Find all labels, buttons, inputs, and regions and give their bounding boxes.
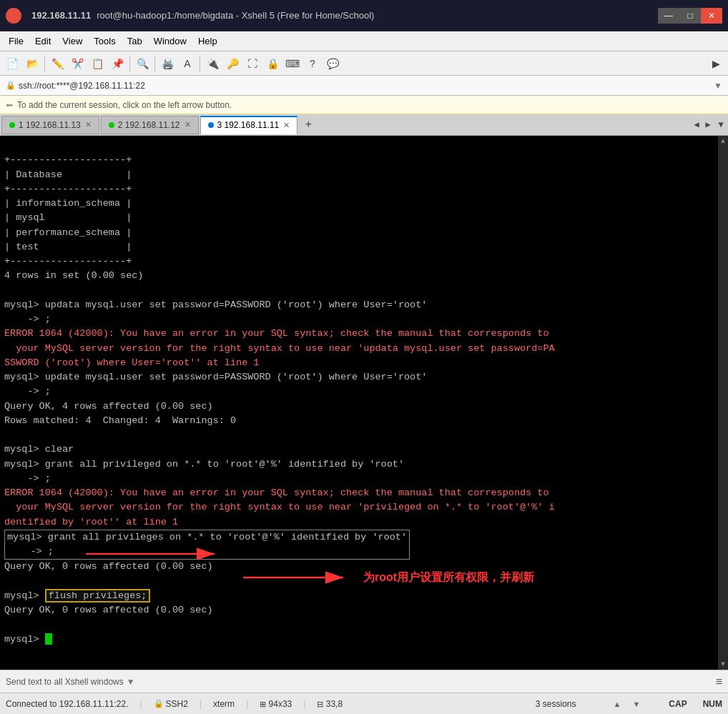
db-table: +--------------------+ | Database | +---… [4, 154, 132, 267]
tab-1-dot [9, 122, 15, 128]
close-button[interactable]: ✕ [701, 8, 722, 24]
tb-search-btn[interactable]: 🔍 [133, 54, 152, 73]
scroll-up-arrow[interactable]: ▲ [721, 137, 725, 145]
tab-menu-arrow[interactable]: ▼ [715, 116, 727, 134]
status-term: xterm [213, 699, 235, 709]
prompt-grant-wrong: mysql> grant all privileged on *.* to 'r… [4, 459, 404, 484]
tb-more-btn[interactable]: ▶ [707, 54, 725, 73]
tab-prev-arrow[interactable]: ◀ [691, 116, 702, 134]
minimize-button[interactable]: — [658, 8, 679, 24]
rows-result: 4 rows in set (0.00 sec) [4, 270, 143, 281]
tab-1-label: 1 192.168.11.13 [19, 120, 81, 130]
title-bar: 192.168.11.11 root@hu-hadoop1:/home/bigd… [0, 0, 728, 31]
tab-3[interactable]: 3 192.168.11.11 ✕ [200, 116, 298, 134]
terminal-content: +--------------------+ | Database | +---… [0, 136, 718, 664]
grant-result: Query OK, 0 rows affected (0.00 sec) [4, 561, 213, 572]
tb-open-btn[interactable]: 📂 [23, 54, 41, 73]
tb-copy-btn[interactable]: 📋 [88, 54, 107, 73]
prompt-grant-box: mysql> grant all privileges on *.* to 'r… [4, 530, 410, 560]
menu-file[interactable]: File [3, 34, 29, 48]
tb-lock-btn[interactable]: 🔒 [263, 54, 282, 73]
lock-icon: 🔒 [6, 81, 16, 90]
send-bar-menu[interactable]: ≡ [716, 675, 722, 688]
prompt-clear: mysql> clear [4, 444, 74, 455]
menu-bar: File Edit View Tools Tab Window Help [0, 31, 728, 51]
tab-2[interactable]: 2 192.168.11.12 ✕ [101, 116, 199, 134]
tab-arrows: ◀ ▶ [691, 116, 714, 134]
tb-print-btn[interactable]: 🖨️ [158, 54, 177, 73]
address-bar: 🔒 ssh://root:****@192.168.11.11:22 ▼ [0, 76, 728, 96]
tb-edit-btn[interactable]: ✏️ [48, 54, 67, 73]
tb-font-btn[interactable]: A [178, 54, 197, 73]
tab-next-arrow[interactable]: ▶ [702, 116, 714, 134]
address-text: ssh://root:****@192.168.11.11:22 [19, 81, 145, 91]
tb-help-btn[interactable]: ? [303, 54, 322, 73]
caps-lock-status: CAP [669, 699, 687, 709]
error-grant: ERROR 1064 (42000): You have an error in… [4, 487, 555, 527]
terminal-scroll[interactable]: +--------------------+ | Database | +---… [0, 136, 718, 670]
error-updata: ERROR 1064 (42000): You have an error in… [4, 328, 555, 368]
terminal-area: +--------------------+ | Database | +---… [0, 136, 728, 670]
status-ssh: 🔒 SSH2 [154, 699, 188, 709]
tab-add-button[interactable]: + [299, 116, 318, 134]
tb-connect-btn[interactable]: 🔌 [203, 54, 222, 73]
hint-text: To add the current session, click on the… [17, 100, 232, 110]
tab-3-dot [208, 122, 214, 128]
status-pos: ⊟ 33,8 [317, 699, 343, 709]
tabs-bar: 1 192.168.11.13 ✕ 2 192.168.11.12 ✕ 3 19… [0, 114, 728, 136]
toolbar: 📄 📂 ✏️ ✂️ 📋 📌 🔍 🖨️ A 🔌 🔑 ⛶ 🔒 ⌨ ? 💬 ▶ [0, 51, 728, 76]
scroll-indicator-up: ▲ [614, 700, 621, 708]
tb-new-btn[interactable]: 📄 [3, 54, 21, 73]
title-text: root@hu-hadoop1:/home/bigdata - Xshell 5… [97, 10, 374, 21]
menu-window[interactable]: Window [148, 34, 192, 48]
status-size: ⊞ 94x33 [260, 699, 292, 709]
tb-screen-btn[interactable]: ⛶ [243, 54, 262, 73]
prompt-flush: mysql> flush privileges; [4, 589, 150, 603]
maximize-button[interactable]: □ [679, 8, 701, 24]
menu-view[interactable]: View [56, 34, 88, 48]
lock-status-icon: 🔒 [154, 699, 164, 708]
address-dropdown-icon[interactable]: ▼ [714, 81, 722, 91]
tab-1-close[interactable]: ✕ [85, 120, 92, 129]
tb-key-btn[interactable]: 🔑 [223, 54, 242, 73]
send-bar-arrow[interactable]: ▼ [127, 677, 135, 687]
flush-result: Query OK, 0 rows affected (0.00 sec) [4, 605, 213, 615]
menu-tools[interactable]: Tools [88, 34, 121, 48]
tb-cut-btn[interactable]: ✂️ [68, 54, 87, 73]
status-bar: Connected to 192.168.11.11:22. | 🔒 SSH2 … [0, 693, 728, 714]
menu-tab[interactable]: Tab [122, 34, 148, 48]
tab-3-close[interactable]: ✕ [283, 121, 290, 130]
scroll-down-arrow[interactable]: ▼ [721, 660, 725, 668]
menu-help[interactable]: Help [192, 34, 223, 48]
menu-edit[interactable]: Edit [29, 34, 56, 48]
num-lock-status: NUM [703, 699, 722, 709]
scrollbar[interactable]: ▲ ▼ [718, 136, 728, 670]
tb-msg-btn[interactable]: 💬 [323, 54, 342, 73]
hint-bar: ⬅ To add the current session, click on t… [0, 96, 728, 114]
tb-paste-btn[interactable]: 📌 [108, 54, 127, 73]
final-prompt: mysql> [4, 634, 52, 645]
status-sessions: 3 sessions [536, 699, 576, 709]
send-bar: Send text to all Xshell windows ▼ ≡ [0, 670, 728, 693]
send-bar-text: Send text to all Xshell windows [6, 677, 124, 687]
scroll-indicator-down: ▼ [632, 700, 640, 708]
status-connected: Connected to 192.168.11.11:22. [6, 699, 128, 709]
prompt-updata: mysql> updata mysql.user set password=PA… [4, 299, 427, 324]
title-ip: 192.168.11.11 [31, 10, 91, 21]
prompt-update: mysql> update mysql.user set password=PA… [4, 372, 427, 397]
hint-arrow-icon: ⬅ [6, 100, 13, 110]
app-logo [6, 8, 26, 24]
update-result: Query OK, 4 rows affected (0.00 sec) Row… [4, 401, 236, 426]
tab-2-close[interactable]: ✕ [185, 120, 191, 129]
tab-2-label: 2 192.168.11.12 [118, 120, 180, 130]
tab-1[interactable]: 1 192.168.11.13 ✕ [1, 116, 99, 134]
cursor-block [45, 633, 52, 645]
tb-kbd-btn[interactable]: ⌨ [283, 54, 302, 73]
tab-3-label: 3 192.168.11.11 [217, 120, 280, 130]
tab-2-dot [109, 122, 114, 128]
